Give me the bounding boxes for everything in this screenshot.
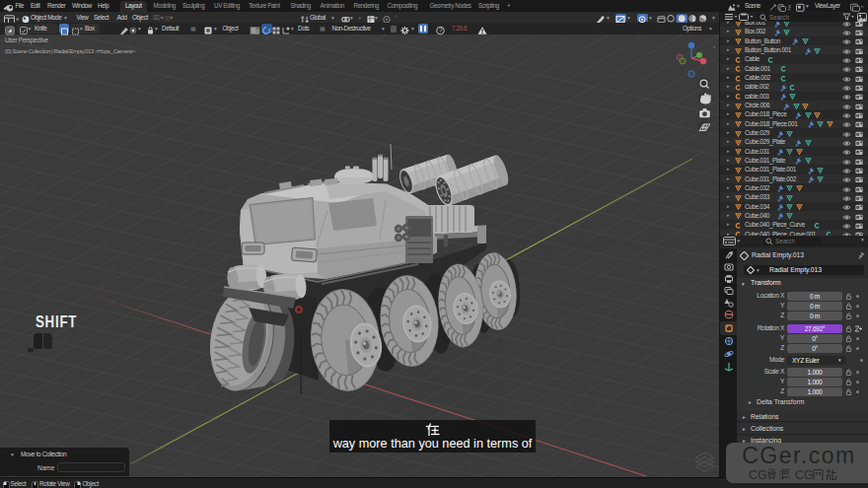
svg-text:‹: ‹ — [713, 43, 715, 49]
svg-text:CG: CG — [795, 468, 814, 481]
svg-text:CG: CG — [749, 468, 767, 481]
svg-text:?: ? — [439, 27, 443, 34]
